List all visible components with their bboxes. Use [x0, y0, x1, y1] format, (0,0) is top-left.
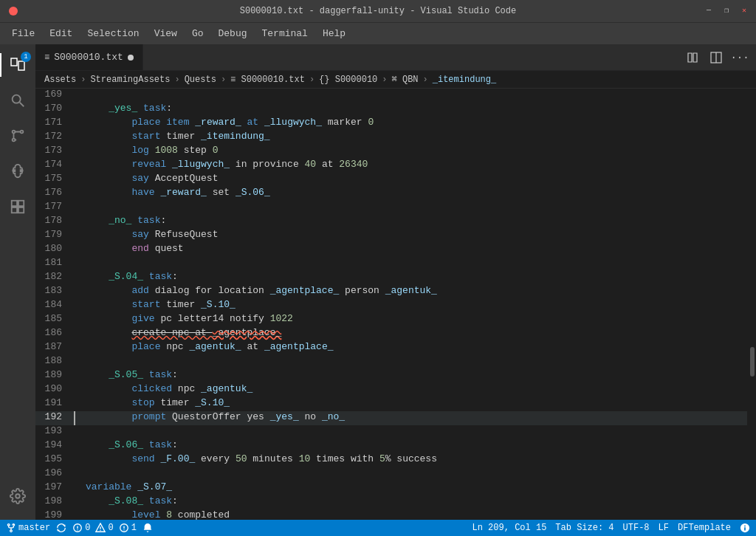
- line-row: 198 _S.08_ task:: [35, 495, 747, 509]
- line-row: 193: [35, 425, 747, 439]
- svg-rect-1: [18, 61, 24, 70]
- line-row: 170 _yes_ task:: [35, 103, 747, 117]
- line-row: 179 say RefuseQuest: [35, 229, 747, 243]
- svg-point-5: [21, 131, 24, 134]
- svg-point-16: [78, 529, 78, 530]
- breadcrumb-symbol1[interactable]: {} S0000010: [319, 75, 377, 85]
- code-editor[interactable]: 169 170 _yes_ task: 171 place item _rewa…: [35, 89, 756, 520]
- line-row: 169: [35, 89, 747, 103]
- line-row: 189 _S.05_ task:: [35, 369, 747, 383]
- tab-modified-dot: [128, 55, 134, 61]
- svg-line-3: [20, 103, 24, 107]
- menu-view[interactable]: View: [148, 25, 183, 42]
- minimize-button[interactable]: ─: [703, 4, 715, 16]
- breadcrumb: Assets › StreamingAssets › Quests › ≡ S0…: [35, 71, 756, 89]
- maximize-button[interactable]: ❐: [721, 4, 732, 16]
- window-title: S0000010.txt - daggerfall-unity - Visual…: [240, 6, 516, 16]
- line-row: 181: [35, 257, 747, 271]
- feedback-button[interactable]: [740, 523, 750, 533]
- line-ending[interactable]: LF: [659, 523, 669, 533]
- language-mode[interactable]: DFTemplate: [678, 523, 731, 533]
- menu-file[interactable]: File: [6, 25, 41, 42]
- source-control-icon[interactable]: [0, 118, 35, 154]
- menu-debug[interactable]: Debug: [212, 25, 252, 42]
- breadcrumb-quests[interactable]: Quests: [185, 75, 216, 85]
- line-row: 176 have _reward_ set _S.06_: [35, 187, 747, 201]
- line-row: 188: [35, 355, 747, 369]
- traffic-light-close[interactable]: [9, 7, 18, 16]
- more-actions-button[interactable]: ···: [729, 47, 750, 68]
- breadcrumb-file[interactable]: ≡ S0000010.txt: [230, 75, 305, 85]
- breadcrumb-itemindung[interactable]: _itemindung_: [433, 75, 496, 85]
- svg-point-6: [13, 139, 16, 142]
- line-row: 194 _S.06_ task:: [35, 439, 747, 453]
- cursor-position[interactable]: Ln 209, Col 15: [472, 523, 547, 533]
- line-row: 180 end quest: [35, 243, 747, 257]
- breadcrumb-qbn[interactable]: ⌘ QBN: [392, 74, 419, 85]
- main-area: 1 ≡ S0000010.txt: [0, 44, 756, 520]
- breadcrumb-streaming[interactable]: StreamingAssets: [90, 75, 170, 85]
- svg-rect-0: [11, 58, 17, 66]
- scrollbar-thumb[interactable]: [750, 347, 755, 377]
- svg-rect-8: [18, 201, 24, 206]
- branch-name: master: [18, 523, 50, 533]
- svg-point-18: [100, 530, 101, 531]
- tab-actions: ···: [682, 44, 756, 70]
- notifications-button[interactable]: [142, 523, 153, 533]
- split-editor-button[interactable]: [682, 47, 703, 68]
- breadcrumb-assets[interactable]: Assets: [44, 75, 76, 85]
- status-bar: master 0 0 1 Ln 209, Col 15 Tab Size: 4 …: [0, 520, 756, 536]
- line-row: 199 level 8 completed: [35, 509, 747, 520]
- line-row: 183 add dialog for location _agentplace_…: [35, 285, 747, 299]
- status-right: Ln 209, Col 15 Tab Size: 4 UTF-8 LF DFTe…: [472, 523, 750, 533]
- menu-selection[interactable]: Selection: [81, 25, 145, 42]
- line-row-current: 192 prompt QuestorOffer yes _yes_ no _no…: [35, 411, 747, 425]
- menu-go[interactable]: Go: [186, 25, 210, 42]
- line-row: 187 place npc _agentuk_ at _agentplace_: [35, 341, 747, 355]
- svg-point-2: [13, 95, 21, 103]
- explorer-badge: 1: [21, 52, 31, 62]
- scrollbar[interactable]: [747, 89, 756, 520]
- extensions-icon[interactable]: [0, 189, 35, 224]
- tab-icon: ≡: [44, 52, 49, 63]
- info-num: 1: [131, 523, 137, 533]
- tab-filename: S0000010.txt: [54, 52, 123, 63]
- menu-edit[interactable]: Edit: [44, 25, 78, 42]
- line-row: 195 send _F.00_ every 50 minutes 10 time…: [35, 453, 747, 467]
- activity-bar: 1: [0, 44, 35, 520]
- encoding[interactable]: UTF-8: [623, 523, 650, 533]
- line-row: 197 variable _S.07_: [35, 481, 747, 495]
- menu-terminal[interactable]: Terminal: [256, 25, 314, 42]
- window-controls: ─ ❐ ✕: [703, 4, 750, 16]
- debug-icon[interactable]: [0, 154, 35, 189]
- tab-bar: ≡ S0000010.txt ···: [35, 44, 756, 71]
- settings-icon[interactable]: [0, 478, 35, 514]
- menu-bar: File Edit Selection View Go Debug Termin…: [0, 22, 756, 44]
- svg-point-11: [16, 494, 20, 498]
- sync-button[interactable]: [56, 523, 66, 533]
- line-row: 184 start timer _S.10_: [35, 299, 747, 313]
- explorer-icon[interactable]: 1: [0, 47, 35, 83]
- tab-size[interactable]: Tab Size: 4: [555, 523, 614, 533]
- title-bar: S0000010.txt - daggerfall-unity - Visual…: [0, 0, 756, 22]
- line-row: 173 log 1008 step 0: [35, 145, 747, 159]
- error-count[interactable]: 0 0 1: [72, 523, 137, 533]
- search-icon[interactable]: [0, 83, 35, 118]
- git-branch[interactable]: master: [6, 523, 50, 533]
- warning-num: 0: [108, 523, 113, 533]
- editor-layout-button[interactable]: [706, 47, 726, 68]
- menu-help[interactable]: Help: [317, 25, 351, 42]
- line-row: 178 _no_ task:: [35, 215, 747, 229]
- svg-point-4: [13, 131, 16, 134]
- svg-point-21: [123, 529, 124, 530]
- close-button[interactable]: ✕: [738, 4, 750, 16]
- editor-area: ≡ S0000010.txt ··· Assets › StreamingAss…: [35, 44, 756, 520]
- line-row: 175 say AcceptQuest: [35, 173, 747, 187]
- svg-rect-10: [18, 207, 24, 213]
- line-row: 177: [35, 201, 747, 215]
- line-row: 172 start timer _itemindung_: [35, 131, 747, 145]
- tab-s0000010[interactable]: ≡ S0000010.txt: [35, 44, 143, 70]
- line-row: 191 stop timer _S.10_: [35, 397, 747, 411]
- line-row: 185 give pc letter14 notify 1022: [35, 313, 747, 327]
- line-row: 196: [35, 467, 747, 481]
